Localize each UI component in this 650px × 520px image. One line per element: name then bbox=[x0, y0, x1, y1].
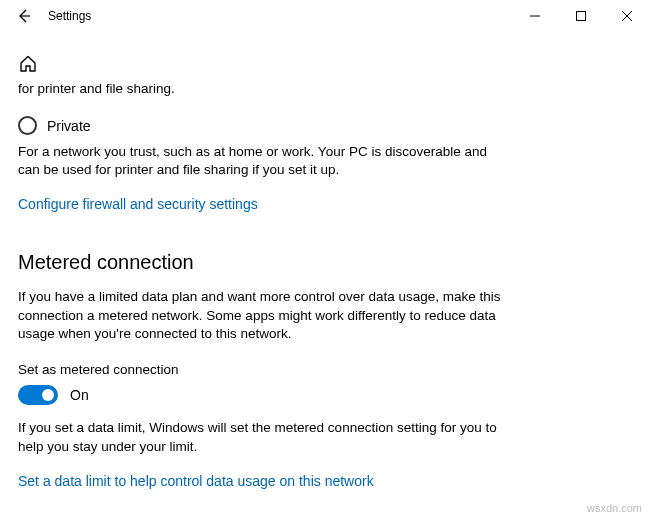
home-button[interactable] bbox=[18, 54, 38, 74]
metered-toggle-state: On bbox=[70, 387, 89, 403]
private-radio-label: Private bbox=[47, 118, 91, 134]
private-radio-option[interactable]: Private bbox=[18, 116, 632, 135]
close-icon bbox=[622, 11, 632, 21]
private-radio-description: For a network you trust, such as at home… bbox=[18, 143, 498, 179]
maximize-icon bbox=[576, 11, 586, 21]
data-limit-link[interactable]: Set a data limit to help control data us… bbox=[18, 473, 374, 489]
metered-connection-description: If you have a limited data plan and want… bbox=[18, 288, 508, 345]
svg-rect-0 bbox=[577, 12, 586, 21]
metered-toggle[interactable] bbox=[18, 385, 58, 405]
maximize-button[interactable] bbox=[558, 0, 604, 32]
profile-truncated-text: for printer and file sharing. bbox=[18, 80, 632, 98]
metered-data-limit-note: If you set a data limit, Windows will se… bbox=[18, 419, 508, 457]
radio-icon bbox=[18, 116, 37, 135]
firewall-settings-link[interactable]: Configure firewall and security settings bbox=[18, 196, 258, 212]
toggle-knob-icon bbox=[42, 389, 54, 401]
home-icon bbox=[18, 54, 38, 74]
close-button[interactable] bbox=[604, 0, 650, 32]
back-button[interactable] bbox=[8, 0, 40, 32]
window-title: Settings bbox=[48, 9, 91, 23]
watermark-text: wsxdn.com bbox=[587, 502, 642, 514]
metered-toggle-row: On bbox=[18, 385, 632, 405]
content-area: for printer and file sharing. Private Fo… bbox=[0, 32, 650, 520]
arrow-left-icon bbox=[16, 8, 32, 24]
metered-connection-heading: Metered connection bbox=[18, 251, 632, 274]
minimize-icon bbox=[530, 11, 540, 21]
minimize-button[interactable] bbox=[512, 0, 558, 32]
metered-toggle-label: Set as metered connection bbox=[18, 362, 632, 377]
titlebar: Settings bbox=[0, 0, 650, 32]
window-controls bbox=[512, 0, 650, 32]
